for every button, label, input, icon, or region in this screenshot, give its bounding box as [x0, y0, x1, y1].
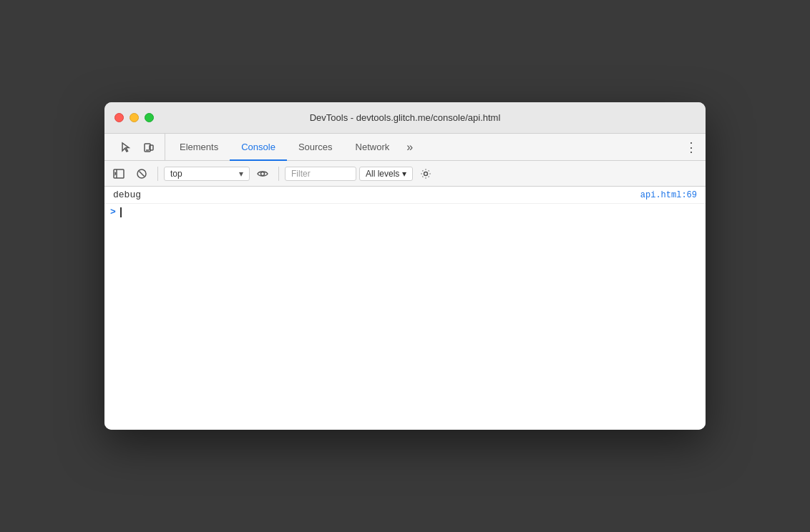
close-button[interactable]: [114, 113, 124, 122]
context-dropdown[interactable]: top ▾: [164, 167, 250, 181]
console-row: debug api.html:69: [104, 187, 706, 204]
tab-sources[interactable]: Sources: [287, 134, 344, 161]
svg-line-9: [140, 171, 145, 176]
clear-console-button[interactable]: [132, 164, 152, 184]
tab-network[interactable]: Network: [344, 134, 401, 161]
devtools-window: DevTools - devtools.glitch.me/console/ap…: [104, 102, 706, 430]
settings-button[interactable]: [416, 164, 436, 184]
console-message: debug: [113, 189, 141, 200]
tab-bar: Elements Console Sources Network » ⋮: [104, 134, 706, 161]
tab-menu-button[interactable]: ⋮: [678, 134, 706, 160]
svg-point-11: [424, 172, 428, 175]
maximize-button[interactable]: [145, 113, 154, 122]
tab-icons: [110, 134, 165, 160]
filter-input[interactable]: Filter: [285, 167, 356, 181]
tab-more-button[interactable]: »: [401, 134, 419, 160]
context-dropdown-arrow: ▾: [239, 169, 243, 179]
title-bar: DevTools - devtools.glitch.me/console/ap…: [104, 102, 706, 134]
svg-point-10: [261, 172, 265, 175]
sidebar-toggle-button[interactable]: [109, 164, 129, 184]
levels-dropdown[interactable]: All levels ▾: [359, 167, 413, 181]
toolbar-divider: [157, 167, 158, 181]
console-input-row[interactable]: >: [104, 204, 706, 220]
tab-elements[interactable]: Elements: [168, 134, 230, 161]
toolbar-divider-2: [278, 167, 279, 181]
levels-dropdown-arrow: ▾: [402, 169, 406, 179]
device-icon-button[interactable]: [139, 137, 159, 157]
window-title: DevTools - devtools.glitch.me/console/ap…: [310, 112, 501, 123]
console-prompt: >: [110, 207, 116, 217]
traffic-lights: [114, 113, 154, 122]
console-output: debug api.html:69 >: [104, 187, 706, 430]
inspect-icon-button[interactable]: [116, 137, 136, 157]
console-cursor: [120, 207, 122, 217]
minimize-button[interactable]: [130, 113, 139, 122]
svg-rect-1: [150, 145, 153, 150]
console-source-link[interactable]: api.html:69: [640, 190, 697, 200]
console-toolbar: top ▾ Filter All levels ▾: [104, 161, 706, 187]
eye-button[interactable]: [253, 164, 273, 184]
tab-console[interactable]: Console: [230, 134, 287, 161]
